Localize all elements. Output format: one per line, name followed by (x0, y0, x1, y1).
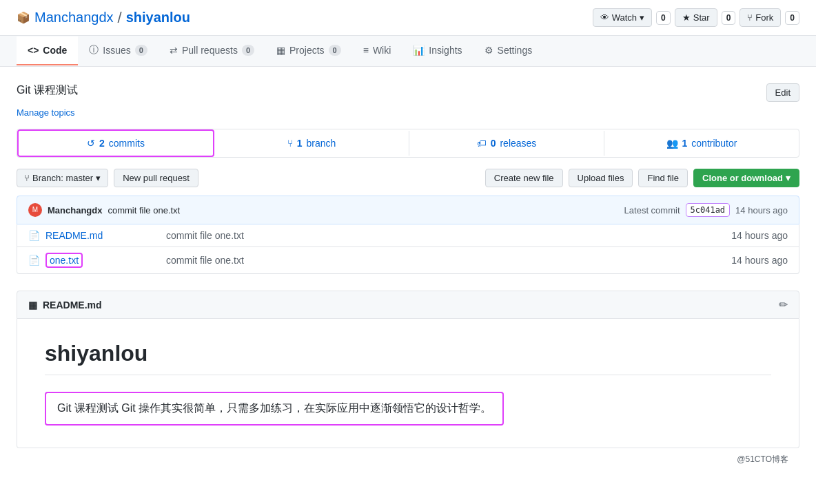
edit-description-button[interactable]: Edit (766, 83, 799, 102)
avatar: M (28, 203, 42, 217)
readme-section: ▦ README.md ✏ shiyanlou Git 课程测试 Git 操作其… (17, 291, 799, 448)
code-icon: <> (28, 45, 39, 56)
releases-icon: 🏷 (477, 138, 487, 149)
branch-icon: ⑂ (24, 173, 30, 183)
readme-paragraph: Git 课程测试 Git 操作其实很简单，只需多加练习，在实际应用中逐渐领悟它的… (45, 392, 504, 426)
branch-label: Branch: master (32, 173, 93, 183)
star-label: Star (693, 12, 710, 23)
commit-bar: M Manchangdx commit file one.txt Latest … (17, 196, 799, 224)
contributors-stat[interactable]: 👥 1 contributor (604, 131, 799, 156)
contributors-label: contributor (691, 138, 737, 149)
tab-settings[interactable]: ⚙ Settings (473, 36, 544, 65)
new-pull-request-button[interactable]: New pull request (114, 169, 198, 187)
readme-body: shiyanlou Git 课程测试 Git 操作其实很简单，只需多加练习，在实… (17, 319, 799, 448)
stats-bar: ↺ 2 commits ⑂ 1 branch 🏷 0 releases 👥 1 … (17, 129, 799, 158)
readme-icon: ▦ (28, 300, 37, 311)
watch-count: 0 (656, 11, 671, 25)
branches-stat[interactable]: ⑂ 1 branch (214, 131, 409, 156)
table-row: 📄 README.md commit file one.txt 14 hours… (17, 224, 799, 247)
tab-pull-requests[interactable]: ⇄ Pull requests 0 (159, 36, 265, 65)
star-button[interactable]: ★ Star (675, 8, 717, 27)
branch-selector[interactable]: ⑂ Branch: master ▾ (17, 169, 108, 187)
commits-icon: ↺ (87, 138, 95, 149)
insights-icon: 📊 (413, 45, 425, 56)
file-icon: 📄 (28, 230, 40, 241)
toolbar-right: Create new file Upload files Find file C… (485, 169, 799, 187)
file-time: 14 hours ago (698, 255, 788, 266)
upload-files-button[interactable]: Upload files (569, 169, 633, 187)
pr-badge: 0 (242, 45, 254, 56)
watch-label: Watch (612, 12, 637, 23)
readme-heading: shiyanlou (45, 341, 771, 375)
tab-insights[interactable]: 📊 Insights (402, 36, 473, 65)
contributors-count: 1 (682, 138, 688, 149)
readme-header: ▦ README.md ✏ (17, 291, 799, 319)
tab-pr-label: Pull requests (182, 45, 238, 56)
readme-edit-button[interactable]: ✏ (779, 298, 788, 311)
fork-icon: ⑂ (747, 12, 753, 23)
find-file-button[interactable]: Find file (638, 169, 688, 187)
chevron-down-icon: ▾ (786, 173, 790, 183)
file-name-col: 📄 one.txt (28, 253, 166, 268)
settings-icon: ⚙ (484, 45, 493, 56)
file-toolbar: ⑂ Branch: master ▾ New pull request Crea… (17, 169, 799, 187)
latest-commit-label: Latest commit (624, 205, 680, 216)
file-link[interactable]: README.md (45, 230, 103, 241)
tab-code[interactable]: <> Code (17, 36, 78, 65)
releases-count: 0 (491, 138, 496, 149)
tab-issues-label: Issues (103, 45, 130, 56)
star-icon: ★ (682, 12, 691, 23)
repo-description-text: Git 课程测试 (17, 83, 78, 98)
repo-icon: 📦 (17, 11, 30, 24)
commit-time: 14 hours ago (735, 205, 788, 216)
commit-bar-right: Latest commit 5c041ad 14 hours ago (624, 203, 788, 217)
repo-owner-link[interactable]: Manchangdx (34, 10, 114, 25)
contributors-icon: 👥 (666, 138, 678, 149)
nav-tabs: <> Code ⓘ Issues 0 ⇄ Pull requests 0 ▦ P… (0, 36, 816, 67)
repo-separator: / (118, 9, 122, 27)
file-table: 📄 README.md commit file one.txt 14 hours… (17, 224, 799, 274)
repo-name-link[interactable]: shiyanlou (126, 10, 190, 25)
releases-label: releases (500, 138, 536, 149)
commits-count: 2 (99, 138, 105, 149)
file-link-onetxt[interactable]: one.txt (45, 253, 83, 268)
tab-code-label: Code (43, 45, 67, 56)
wiki-icon: ≡ (363, 45, 369, 56)
commit-message: commit file one.txt (108, 205, 180, 216)
branch-label: branch (306, 138, 336, 149)
file-time: 14 hours ago (698, 230, 788, 241)
tab-wiki-label: Wiki (373, 45, 391, 56)
issues-icon: ⓘ (89, 44, 99, 56)
toolbar-left: ⑂ Branch: master ▾ New pull request (17, 169, 198, 187)
commit-hash[interactable]: 5c041ad (686, 203, 731, 217)
file-commit-msg: commit file one.txt (166, 255, 698, 266)
tab-issues[interactable]: ⓘ Issues 0 (78, 36, 159, 66)
issues-badge: 0 (135, 45, 147, 56)
chevron-down-icon: ▾ (640, 12, 644, 23)
readme-title: ▦ README.md (28, 300, 102, 311)
file-icon: 📄 (28, 255, 40, 266)
projects-icon: ▦ (276, 45, 285, 56)
star-count: 0 (722, 11, 736, 25)
eye-icon: 👁 (600, 12, 609, 23)
chevron-down-icon: ▾ (96, 173, 101, 183)
tab-wiki[interactable]: ≡ Wiki (352, 36, 402, 65)
releases-stat[interactable]: 🏷 0 releases (409, 131, 604, 156)
file-commit-msg: commit file one.txt (166, 230, 698, 241)
table-row: 📄 one.txt commit file one.txt 14 hours a… (17, 247, 799, 273)
commits-stat[interactable]: ↺ 2 commits (17, 129, 214, 157)
watch-button[interactable]: 👁 Watch ▾ (593, 8, 652, 27)
clone-or-download-button[interactable]: Clone or download ▾ (693, 169, 799, 187)
fork-button[interactable]: ⑂ Fork (740, 8, 781, 27)
file-name-col: 📄 README.md (28, 230, 166, 241)
commit-author[interactable]: Manchangdx (48, 205, 102, 216)
watermark: @51CTO博客 (17, 448, 799, 471)
header-actions: 👁 Watch ▾ 0 ★ Star 0 ⑂ Fork 0 (593, 8, 799, 27)
tab-projects[interactable]: ▦ Projects 0 (265, 36, 352, 65)
branch-icon: ⑂ (287, 138, 293, 149)
create-new-file-button[interactable]: Create new file (485, 169, 563, 187)
tab-projects-label: Projects (289, 45, 325, 56)
manage-topics-link[interactable]: Manage topics (17, 107, 799, 118)
clone-label: Clone or download (702, 173, 783, 183)
commits-label: commits (109, 138, 145, 149)
